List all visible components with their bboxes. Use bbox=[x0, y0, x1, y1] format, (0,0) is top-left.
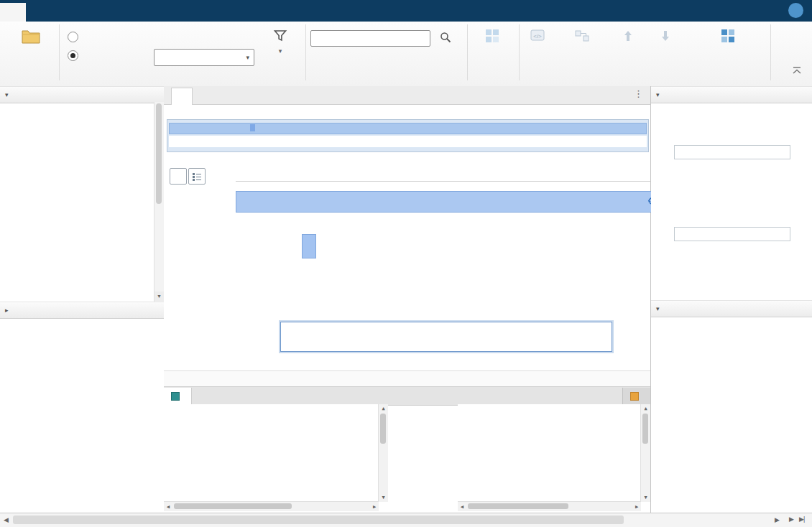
scroll-left-arrow-icon[interactable]: ◀ bbox=[4, 516, 9, 523]
scrollbar-thumb[interactable] bbox=[642, 414, 648, 444]
cpu-activities-summary-bar bbox=[674, 227, 790, 241]
search-input[interactable] bbox=[310, 30, 430, 47]
open-report-button[interactable] bbox=[7, 27, 55, 47]
gpu-activities-row bbox=[236, 322, 650, 350]
cu-vertical-scrollbar[interactable]: ▲ ▼ bbox=[378, 404, 388, 502]
profiling-summary-header[interactable]: ▾ bbox=[651, 86, 812, 103]
open-deep-learning-dashboard-button[interactable] bbox=[688, 27, 767, 47]
m-horizontal-scrollbar[interactable]: ◀ ▶ bbox=[458, 501, 641, 511]
m-vertical-scrollbar[interactable]: ▲ ▼ bbox=[640, 404, 650, 502]
call-tree-header[interactable]: ▾ bbox=[0, 86, 164, 103]
call-tree-scrollbar[interactable]: ▼ bbox=[154, 102, 164, 302]
scrollbar-thumb[interactable] bbox=[156, 103, 162, 204]
radio-selected-icon[interactable] bbox=[68, 50, 78, 61]
dashboard-icon bbox=[720, 27, 736, 45]
scroll-right-arrow-icon[interactable]: ▶ bbox=[775, 516, 780, 523]
scroll-left-arrow-icon[interactable]: ◀ bbox=[164, 502, 172, 511]
overview-activity-lane bbox=[169, 136, 647, 147]
predict-functions-icon bbox=[484, 27, 500, 45]
code-hint bbox=[272, 387, 550, 405]
collapse-triangle-icon[interactable]: ▾ bbox=[656, 305, 660, 312]
filter-events-button[interactable]: ▾ bbox=[256, 27, 305, 56]
call-tree-panel: ▾ ▼ ▸ bbox=[0, 86, 165, 513]
search-icon[interactable] bbox=[440, 32, 451, 45]
scroll-up-arrow-icon[interactable]: ▲ bbox=[379, 404, 388, 413]
loops-bar[interactable] bbox=[302, 234, 316, 258]
toolbar: ▾ ▾ </ bbox=[0, 22, 812, 87]
toolbar-divider bbox=[305, 24, 306, 80]
scrollbar-thumb[interactable] bbox=[468, 503, 568, 509]
timeline-menu-icon[interactable]: ⋮ bbox=[634, 88, 643, 99]
related-events-icon bbox=[574, 27, 590, 45]
scroll-up-arrow-icon[interactable]: ▲ bbox=[641, 404, 650, 413]
tab-m-file[interactable] bbox=[622, 388, 650, 404]
m-code-lines bbox=[458, 406, 641, 502]
scrollbar-thumb[interactable] bbox=[13, 516, 624, 524]
help-button[interactable] bbox=[788, 3, 803, 18]
timeline-panel: ⋮ bbox=[164, 86, 651, 513]
gpu-activities-bar[interactable] bbox=[280, 322, 612, 352]
overview-functions-lane bbox=[169, 123, 647, 134]
chevron-down-icon: ▾ bbox=[246, 54, 249, 61]
cu-horizontal-scrollbar[interactable]: ◀ ▶ bbox=[164, 501, 379, 511]
toolbar-divider bbox=[519, 24, 520, 80]
view-parent-button[interactable] bbox=[612, 27, 644, 47]
event-statistics-header[interactable]: ▾ bbox=[651, 300, 812, 317]
overview-loops-marker bbox=[250, 124, 255, 131]
collapse-toolbar-icon[interactable] bbox=[792, 66, 802, 77]
collapse-triangle-icon[interactable]: ▾ bbox=[656, 91, 660, 98]
call-tree-list bbox=[0, 103, 164, 303]
timeline-overview-strip[interactable] bbox=[167, 119, 649, 152]
functions-bar[interactable] bbox=[236, 191, 663, 213]
svg-text:</>: </> bbox=[533, 33, 542, 39]
cu-code-lines bbox=[164, 406, 379, 502]
tab-profiling-report[interactable] bbox=[0, 3, 26, 22]
toolbar-divider bbox=[467, 24, 468, 80]
view-children-button[interactable] bbox=[647, 27, 684, 47]
code-tabbar bbox=[164, 386, 650, 406]
horizontal-scrollbar[interactable]: ◀ ▶ ▶ ▶| bbox=[0, 513, 812, 527]
scrollbar-thumb[interactable] bbox=[380, 414, 386, 444]
tab-profiling-timeline[interactable] bbox=[171, 88, 193, 105]
go-to-code-button[interactable]: </> bbox=[522, 27, 553, 47]
cu-code-pane[interactable]: ▲ ▼ ◀ ▶ bbox=[164, 404, 388, 511]
arrow-down-icon bbox=[658, 27, 673, 45]
show-predict-functions-button[interactable] bbox=[469, 27, 516, 47]
titlebar bbox=[0, 0, 812, 22]
row-list-button[interactable] bbox=[188, 168, 206, 185]
skip-to-end-icon[interactable]: ▶| bbox=[799, 516, 804, 523]
scrollbar-thumb[interactable] bbox=[174, 503, 292, 509]
scroll-left-arrow-icon[interactable]: ◀ bbox=[458, 502, 466, 511]
funnel-icon bbox=[273, 27, 287, 45]
scroll-down-arrow-icon[interactable]: ▼ bbox=[379, 493, 388, 502]
tab-cu-file[interactable] bbox=[164, 388, 192, 404]
arrow-up-icon bbox=[620, 27, 636, 45]
gpu-activities-summary-bar bbox=[674, 145, 790, 159]
chevron-down-icon: ▾ bbox=[279, 47, 282, 56]
timeline-tabbar: ⋮ bbox=[164, 86, 650, 105]
scroll-end-icon[interactable]: ▶ bbox=[789, 516, 793, 523]
go-to-related-events-button[interactable] bbox=[555, 27, 609, 47]
overview-ruler bbox=[164, 106, 650, 118]
matlab-file-icon bbox=[630, 392, 639, 401]
run-selector-dropdown[interactable]: ▾ bbox=[154, 49, 254, 66]
radio-entire-session[interactable] bbox=[68, 32, 83, 42]
toolbar-divider bbox=[59, 24, 60, 80]
kernel-filter-button[interactable] bbox=[170, 168, 187, 185]
diagnostics-header[interactable]: ▸ bbox=[0, 302, 174, 319]
radio-single-run[interactable] bbox=[68, 50, 83, 61]
scroll-right-arrow-icon[interactable]: ▶ bbox=[632, 502, 641, 511]
list-icon bbox=[192, 172, 202, 181]
radio-icon[interactable] bbox=[68, 32, 78, 42]
code-section-header: ⋮ bbox=[164, 370, 650, 386]
scroll-down-arrow-icon[interactable]: ▼ bbox=[154, 292, 164, 301]
toolbar-divider bbox=[770, 24, 771, 80]
scroll-right-arrow-icon[interactable]: ▶ bbox=[370, 502, 379, 511]
m-code-pane[interactable]: ▲ ▼ ◀ ▶ bbox=[458, 404, 650, 511]
profiling-summary-panel: ▾ ▾ bbox=[651, 86, 812, 513]
folder-icon bbox=[22, 27, 40, 45]
scroll-down-arrow-icon[interactable]: ▼ bbox=[641, 493, 650, 502]
go-to-code-icon: </> bbox=[530, 27, 545, 45]
collapse-triangle-icon[interactable]: ▸ bbox=[5, 307, 9, 314]
collapse-triangle-icon[interactable]: ▾ bbox=[5, 91, 9, 98]
